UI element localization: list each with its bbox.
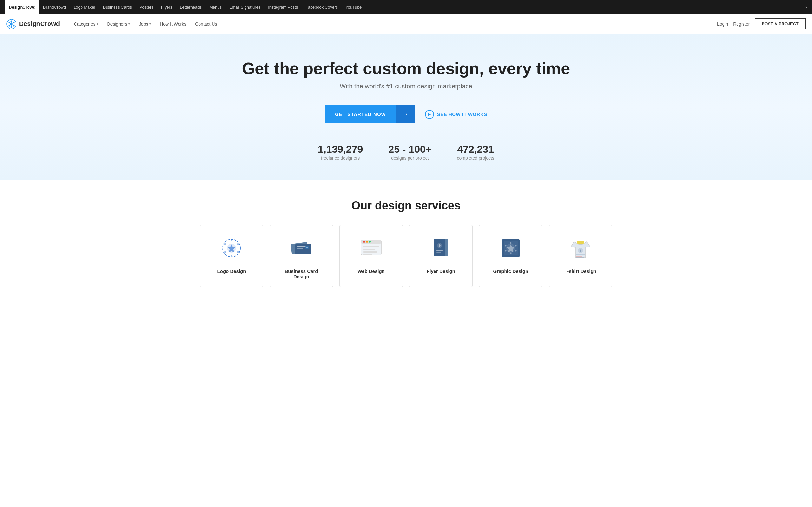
- logo-link[interactable]: DesignCrowd: [6, 19, 60, 29]
- svg-line-12: [10, 25, 11, 25]
- stat-number-designs: 25 - 100+: [388, 144, 432, 155]
- top-nav-item-logomaker[interactable]: Logo Maker: [70, 0, 99, 14]
- svg-point-22: [224, 243, 226, 245]
- services-title: Our design services: [13, 199, 799, 212]
- web-design-icon: [358, 235, 384, 261]
- svg-point-17: [231, 239, 233, 241]
- hero-title: Get the perfect custom design, every tim…: [6, 60, 806, 78]
- chevron-down-icon: ▾: [97, 22, 98, 26]
- nav-link-contactus[interactable]: Contact Us: [191, 19, 221, 29]
- svg-rect-43: [437, 250, 443, 251]
- nav-link-categories[interactable]: Categories ▾: [70, 19, 102, 29]
- get-started-button[interactable]: GET STARTED NOW →: [325, 105, 415, 123]
- stat-designs: 25 - 100+ designs per project: [388, 144, 432, 161]
- top-nav-item-emailsig[interactable]: Email Signatures: [225, 0, 264, 14]
- service-card-businesscard[interactable]: Business Card Design: [270, 225, 333, 287]
- hero-buttons: GET STARTED NOW → ▶ SEE HOW IT WORKS: [6, 105, 806, 123]
- top-nav-item-facebook[interactable]: Facebook Covers: [302, 0, 342, 14]
- svg-point-1: [11, 20, 12, 22]
- see-how-label: SEE HOW IT WORKS: [437, 112, 487, 117]
- top-nav-item-designcrowd[interactable]: DesignCrowd: [5, 0, 39, 14]
- svg-point-52: [510, 252, 512, 254]
- service-card-flyer[interactable]: Flyer Design: [409, 225, 473, 287]
- service-name-businesscard: Business Card Design: [277, 268, 325, 279]
- logo-text: DesignCrowd: [19, 20, 60, 27]
- stat-number-projects: 472,231: [457, 144, 494, 155]
- top-nav-item-letterheads[interactable]: Letterheads: [176, 0, 206, 14]
- svg-line-9: [12, 23, 13, 23]
- logo-icon: [6, 19, 16, 29]
- chevron-down-icon: ▾: [149, 22, 151, 26]
- tshirt-design-icon: [568, 235, 593, 261]
- top-nav-item-businesscards[interactable]: Business Cards: [99, 0, 136, 14]
- service-name-flyer: Flyer Design: [417, 268, 465, 274]
- business-card-design-icon: [289, 235, 314, 261]
- svg-point-34: [369, 241, 371, 243]
- main-nav-right: Login Register POST A PROJECT: [717, 18, 806, 30]
- graphic-design-icon: [498, 235, 523, 261]
- svg-point-3: [13, 25, 14, 26]
- svg-rect-59: [576, 256, 582, 257]
- arrow-icon: →: [396, 105, 415, 123]
- service-card-tshirt[interactable]: T-shirt Design: [549, 225, 612, 287]
- svg-rect-25: [297, 246, 306, 247]
- play-icon: ▶: [425, 110, 434, 119]
- svg-rect-37: [363, 251, 377, 252]
- svg-rect-60: [576, 257, 583, 258]
- svg-rect-58: [576, 255, 585, 256]
- svg-point-18: [237, 243, 239, 245]
- top-nav-more-chevron[interactable]: ›: [805, 4, 807, 9]
- svg-rect-38: [363, 254, 372, 255]
- nav-link-designers[interactable]: Designers ▾: [103, 19, 134, 29]
- svg-rect-44: [437, 252, 441, 252]
- nav-link-howitworks[interactable]: How It Works: [156, 19, 190, 29]
- svg-point-32: [363, 241, 365, 243]
- top-nav-item-flyers[interactable]: Flyers: [157, 0, 176, 14]
- stat-projects: 472,231 completed projects: [457, 144, 494, 161]
- top-nav-item-youtube[interactable]: YouTube: [342, 0, 365, 14]
- services-section: Our design services Logo Design: [0, 180, 812, 306]
- service-name-graphic: Graphic Design: [487, 268, 535, 274]
- svg-point-33: [366, 241, 368, 243]
- see-how-button[interactable]: ▶ SEE HOW IT WORKS: [425, 110, 487, 119]
- service-name-tshirt: T-shirt Design: [557, 268, 604, 274]
- chevron-down-icon: ▾: [129, 22, 130, 26]
- register-link[interactable]: Register: [733, 21, 750, 26]
- svg-point-2: [13, 21, 14, 23]
- stat-label-designers: freelance designers: [321, 156, 360, 161]
- login-link[interactable]: Login: [717, 21, 728, 26]
- nav-link-jobs[interactable]: Jobs ▾: [135, 19, 155, 29]
- top-nav-item-instagram[interactable]: Instagram Posts: [264, 0, 302, 14]
- hero-section: Get the perfect custom design, every tim…: [0, 34, 812, 180]
- service-card-graphic[interactable]: Graphic Design: [479, 225, 542, 287]
- hero-subtitle: With the world's #1 custom design market…: [6, 83, 806, 90]
- service-card-web[interactable]: Web Design: [339, 225, 403, 287]
- svg-point-51: [515, 250, 517, 251]
- svg-rect-24: [295, 244, 311, 255]
- stat-number-designers: 1,139,279: [318, 144, 363, 155]
- svg-point-49: [510, 242, 512, 244]
- svg-line-13: [10, 23, 11, 23]
- svg-point-19: [237, 251, 239, 253]
- svg-point-4: [11, 26, 12, 27]
- top-nav-item-menus[interactable]: Menus: [206, 0, 225, 14]
- stat-designers: 1,139,279 freelance designers: [318, 144, 363, 161]
- services-grid: Logo Design Business Card Design: [13, 225, 799, 287]
- service-name-web: Web Design: [347, 268, 395, 274]
- svg-point-54: [505, 245, 507, 246]
- svg-point-21: [224, 251, 226, 253]
- svg-point-50: [515, 245, 517, 246]
- svg-point-53: [505, 250, 507, 251]
- main-nav-links: Categories ▾ Designers ▾ Jobs ▾ How It W…: [70, 19, 717, 29]
- post-project-button[interactable]: POST A PROJECT: [755, 18, 806, 30]
- top-nav-item-posters[interactable]: Posters: [136, 0, 157, 14]
- service-card-logo[interactable]: Logo Design: [200, 225, 263, 287]
- svg-rect-35: [363, 245, 379, 247]
- logo-design-icon: [219, 235, 244, 261]
- top-nav-bar: DesignCrowd BrandCrowd Logo Maker Busine…: [0, 0, 812, 14]
- get-started-label: GET STARTED NOW: [325, 106, 396, 123]
- svg-line-10: [12, 25, 13, 25]
- stat-label-designs: designs per project: [391, 156, 428, 161]
- svg-point-6: [9, 21, 10, 23]
- top-nav-item-brandcrowd[interactable]: BrandCrowd: [39, 0, 70, 14]
